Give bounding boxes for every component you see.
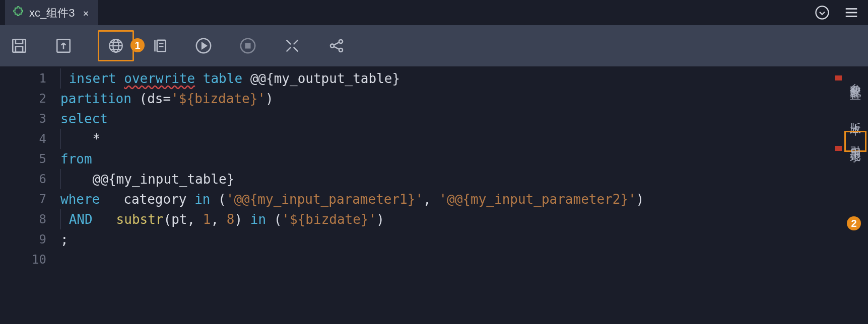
code-line[interactable]: AND substr(pt, 1, 8) in ('${bizdate}') bbox=[60, 209, 868, 229]
stop-button[interactable] bbox=[238, 36, 258, 56]
line-number: 5 bbox=[0, 149, 60, 169]
puzzle-icon bbox=[12, 6, 24, 20]
line-number: 2 bbox=[0, 89, 60, 109]
tab-bar: xc_组件3 × bbox=[0, 0, 868, 25]
line-number: 7 bbox=[0, 189, 60, 209]
code-editor[interactable]: 12345678910 insert overwrite table @@{my… bbox=[0, 66, 868, 324]
minimap bbox=[835, 66, 842, 216]
line-number: 4 bbox=[0, 129, 60, 149]
code-line[interactable] bbox=[60, 250, 868, 270]
svg-rect-4 bbox=[13, 39, 26, 52]
svg-rect-16 bbox=[246, 44, 250, 48]
svg-line-21 bbox=[333, 46, 339, 49]
code-content[interactable]: insert overwrite table @@{my_output_tabl… bbox=[60, 66, 868, 324]
params-button[interactable] bbox=[149, 36, 169, 56]
line-gutter: 12345678910 bbox=[0, 66, 60, 324]
error-marker bbox=[835, 75, 842, 80]
code-line[interactable]: insert overwrite table @@{my_output_tabl… bbox=[60, 68, 868, 89]
tab-xc-component3[interactable]: xc_组件3 × bbox=[5, 0, 98, 26]
globe-button[interactable] bbox=[98, 30, 134, 61]
right-rail: 参数配置 版本 引用记录 bbox=[843, 66, 868, 324]
line-number: 8 bbox=[0, 209, 60, 229]
rail-reference-log[interactable]: 引用记录 bbox=[844, 131, 866, 152]
code-line[interactable]: select bbox=[60, 109, 868, 129]
tab-label: xc_组件3 bbox=[29, 6, 75, 21]
svg-rect-6 bbox=[16, 46, 23, 52]
callout-badge-2: 2 bbox=[847, 216, 861, 230]
line-number: 10 bbox=[0, 250, 60, 270]
chevron-circle-down-icon[interactable] bbox=[815, 5, 830, 20]
hamburger-icon[interactable] bbox=[844, 5, 859, 20]
share-button[interactable] bbox=[326, 36, 347, 56]
code-line[interactable]: from bbox=[60, 149, 868, 169]
code-line[interactable]: partition (ds='${bizdate}') bbox=[60, 89, 868, 109]
upload-button[interactable] bbox=[53, 36, 74, 56]
close-icon[interactable]: × bbox=[83, 7, 89, 19]
rail-version[interactable]: 版本 bbox=[848, 106, 863, 126]
svg-line-20 bbox=[333, 42, 339, 45]
code-line[interactable]: * bbox=[60, 129, 868, 149]
rail-params-config[interactable]: 参数配置 bbox=[848, 66, 863, 91]
line-number: 6 bbox=[0, 169, 60, 189]
line-number: 1 bbox=[0, 68, 60, 89]
toolbar: 1 bbox=[0, 25, 868, 66]
line-number: 3 bbox=[0, 109, 60, 129]
svg-rect-11 bbox=[157, 40, 166, 52]
svg-point-0 bbox=[816, 7, 829, 19]
line-number: 9 bbox=[0, 229, 60, 250]
callout-badge-1: 1 bbox=[130, 38, 145, 52]
run-button[interactable] bbox=[193, 36, 214, 56]
svg-rect-5 bbox=[16, 39, 23, 44]
error-marker bbox=[835, 146, 842, 151]
save-button[interactable] bbox=[9, 36, 29, 56]
code-line[interactable]: where category in ('@@{my_input_paramete… bbox=[60, 189, 868, 209]
code-line[interactable]: ; bbox=[60, 229, 868, 250]
tools-button[interactable] bbox=[282, 36, 302, 56]
code-line[interactable]: @@{my_input_table} bbox=[60, 169, 868, 189]
